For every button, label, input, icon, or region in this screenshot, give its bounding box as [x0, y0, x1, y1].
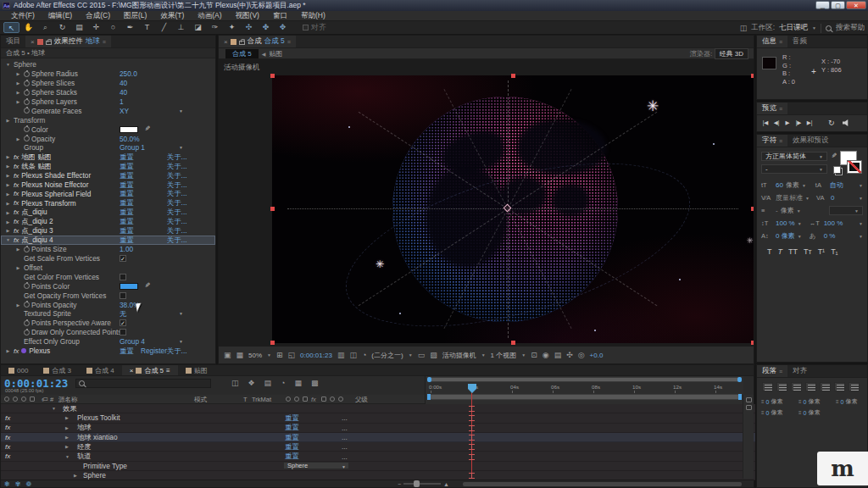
align-button-4[interactable]: [805, 382, 816, 391]
twirl-icon[interactable]: ▶: [4, 210, 12, 215]
stopwatch-icon[interactable]: [24, 108, 30, 114]
reset-link[interactable]: 重置: [120, 180, 134, 190]
tab-info[interactable]: 信息 ≡: [757, 36, 787, 47]
vertical-scale-dropdown-icon[interactable]: ▼: [798, 221, 802, 226]
effect-row[interactable]: ▼Sphere: [1, 60, 215, 69]
menu-帮助(H)[interactable]: 帮助(H): [295, 11, 331, 21]
align-button-7[interactable]: [849, 382, 860, 391]
stopwatch-icon[interactable]: [24, 302, 30, 308]
panel-menu-icon[interactable]: ≡: [779, 39, 782, 45]
effect-row[interactable]: ▶Sphere Slices40: [1, 79, 215, 88]
menu-视图(V)[interactable]: 视图(V): [230, 11, 265, 21]
tracking-value[interactable]: 0: [831, 194, 834, 202]
effect-row[interactable]: ▶fxPlexus Noise Effector重置关于...: [1, 180, 215, 190]
timeline-layer-row[interactable]: fx▶Plexus Toolkit重置...: [1, 413, 755, 423]
camera-tool-icon[interactable]: ▤: [71, 22, 87, 33]
close-tab-icon[interactable]: ×: [130, 367, 134, 374]
snapshot-icon[interactable]: ▥: [337, 351, 345, 359]
twirl-icon[interactable]: ▼: [4, 237, 12, 242]
mode-column[interactable]: 模式: [194, 396, 207, 404]
stroke-width-value[interactable]: -: [776, 207, 778, 214]
about-link[interactable]: 关于...: [167, 198, 187, 208]
reset-link[interactable]: 重置: [120, 236, 134, 245]
color-swatch[interactable]: [120, 126, 138, 133]
dropdown-arrow-icon[interactable]: ▼: [179, 311, 183, 316]
dropdown-arrow-icon[interactable]: ▼: [179, 145, 183, 150]
reset-link[interactable]: 重置: [285, 413, 299, 423]
all-caps-button[interactable]: TT: [788, 247, 798, 256]
font-size-value[interactable]: 60: [776, 181, 783, 189]
twirl-icon[interactable]: ▼: [52, 406, 56, 411]
layer-handle[interactable]: [270, 207, 275, 211]
expand-in-out-icon[interactable]: ❁: [25, 480, 31, 488]
play-button[interactable]: ▶: [783, 119, 792, 126]
effect-row[interactable]: Effect Only GroupGroup 4▼: [1, 337, 215, 347]
twirl-icon[interactable]: ▼: [4, 62, 12, 67]
horizontal-scale-dropdown-icon[interactable]: ▼: [859, 221, 863, 226]
effect-row[interactable]: Textured Sprite无▼: [1, 309, 215, 319]
tab-character[interactable]: 字符 ≡: [757, 135, 787, 147]
tracking-dropdown-icon[interactable]: ▼: [859, 196, 863, 201]
choose-grid-icon[interactable]: ⊞: [276, 351, 283, 359]
reset-link[interactable]: 重置: [285, 423, 299, 432]
effect-row[interactable]: ▼fx点_diqiu 4重置关于...: [1, 236, 215, 245]
checkbox[interactable]: ✓: [120, 255, 126, 262]
effect-row[interactable]: Color✎: [1, 125, 215, 134]
tab-effects-presets[interactable]: 效果和预设: [787, 135, 834, 147]
shape-tool-icon[interactable]: ○: [105, 22, 121, 33]
effect-row[interactable]: ▶Points Size1.00: [1, 245, 215, 254]
exposure-value[interactable]: +0.0: [590, 352, 604, 359]
tab-paragraph[interactable]: 段落 ≡: [757, 365, 787, 377]
tab-preview[interactable]: 预览 ≡: [757, 103, 787, 114]
faux-bold-button[interactable]: T: [767, 247, 772, 256]
dropdown-arrow-icon[interactable]: ▼: [342, 463, 346, 470]
panel-menu-icon[interactable]: ≡: [779, 369, 782, 374]
timeline-search-input[interactable]: [75, 379, 211, 388]
twirl-icon[interactable]: ▶: [4, 118, 12, 123]
next-frame-button[interactable]: |▶: [794, 119, 803, 126]
show-snapshot-icon[interactable]: ◫: [349, 351, 357, 359]
axis-local-icon[interactable]: ✣: [241, 22, 257, 33]
align-button-5[interactable]: [820, 382, 831, 391]
stamp-tool-icon[interactable]: ⊥: [173, 22, 189, 33]
fast-previews-icon[interactable]: ◉: [542, 351, 549, 359]
effect-row[interactable]: ▶fx线条 贴图重置关于...: [1, 162, 215, 171]
twirl-icon[interactable]: ▶: [4, 154, 12, 159]
twirl-icon[interactable]: ▶: [14, 80, 22, 86]
stopwatch-icon[interactable]: [24, 71, 30, 77]
effect-row[interactable]: Points Perspective Aware✓: [1, 319, 215, 328]
snap-checkbox[interactable]: [303, 25, 309, 30]
workspace-select[interactable]: 七日课吧: [779, 23, 808, 33]
timeline-zoom-control[interactable]: − ▲: [398, 481, 449, 487]
magnification-dropdown-icon[interactable]: ▼: [267, 352, 271, 358]
menu-编辑(E)[interactable]: 编辑(E): [42, 11, 78, 21]
zoom-slider[interactable]: [403, 483, 441, 485]
twirl-icon[interactable]: ▶: [65, 415, 69, 420]
timeline-layer-row[interactable]: fx▶地球重置...: [1, 424, 755, 433]
draft-3d-icon[interactable]: ❖: [248, 379, 255, 387]
reset-exposure-icon[interactable]: ◎: [578, 351, 585, 359]
zoom-in-icon[interactable]: ▲: [443, 481, 449, 487]
timeline-tab-000[interactable]: 000: [1, 365, 36, 375]
space-after-field[interactable]: ≡0像素: [798, 408, 836, 417]
tab-audio[interactable]: 音频: [787, 36, 812, 47]
twirl-icon[interactable]: ▶: [4, 201, 12, 206]
twirl-icon[interactable]: ▶: [14, 71, 22, 76]
resolution-dropdown-icon[interactable]: ▼: [409, 352, 413, 358]
reset-link[interactable]: 重置: [120, 152, 134, 162]
twirl-icon[interactable]: ▶: [65, 444, 69, 449]
effect-row[interactable]: ▶Points Opacity38.0%: [1, 300, 215, 309]
axis-world-icon[interactable]: ✤: [258, 22, 274, 33]
resolution-select[interactable]: (二分之一): [371, 351, 403, 360]
stroke-width-dropdown-icon[interactable]: ▼: [797, 208, 801, 214]
menu-效果(T)[interactable]: 效果(T): [154, 11, 190, 21]
about-link[interactable]: 关于...: [167, 180, 187, 190]
effect-row[interactable]: ▶Sphere Stacks40: [1, 88, 215, 97]
source-name-column[interactable]: 源名称: [58, 396, 78, 404]
keyframe-mark[interactable]: [469, 454, 475, 460]
align-button-3[interactable]: [791, 382, 802, 391]
expand-transfer-controls-icon[interactable]: ✾: [15, 480, 21, 488]
vertical-scale-value[interactable]: 100 %: [776, 219, 795, 227]
eraser-tool-icon[interactable]: ◪: [190, 22, 206, 33]
twirl-icon[interactable]: ▶: [14, 90, 22, 95]
